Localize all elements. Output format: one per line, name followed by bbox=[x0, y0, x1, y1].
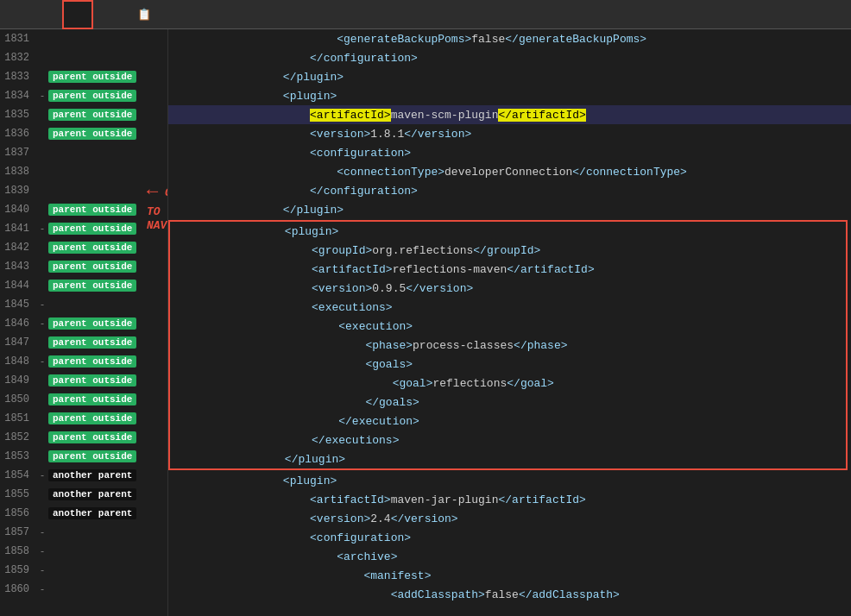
xml-content: <plugin> bbox=[175, 90, 337, 103]
xml-content: <addClasspath>false</addClasspath> bbox=[175, 588, 620, 601]
xml-row: <addClasspath>false</addClasspath> bbox=[168, 585, 851, 604]
line-number: 1852 bbox=[0, 431, 36, 443]
line-row: 1859- bbox=[0, 561, 167, 580]
expand-button[interactable]: - bbox=[36, 527, 48, 537]
xml-panel[interactable]: <generateBackupPoms>false</generateBacku… bbox=[168, 29, 851, 616]
xml-content: </plugin> bbox=[177, 453, 345, 466]
line-row: 1854-another parent bbox=[0, 466, 167, 485]
line-number: 1850 bbox=[0, 393, 36, 405]
badge-green[interactable]: parent outside bbox=[48, 431, 136, 443]
badge-green[interactable]: parent outside bbox=[48, 261, 136, 273]
line-number: 1858 bbox=[0, 545, 36, 557]
xml-row: <version>1.8.1</version> bbox=[168, 124, 851, 143]
xml-row: <archive> bbox=[168, 547, 851, 566]
badge-green[interactable]: parent outside bbox=[48, 374, 136, 387]
xml-content: <goals> bbox=[177, 358, 413, 371]
badge-green[interactable]: parent outside bbox=[48, 336, 136, 349]
badge-green[interactable]: parent outside bbox=[48, 317, 136, 330]
badge-green[interactable]: parent outside bbox=[48, 450, 136, 462]
line-number-gutter: 183118321833parent outside1834-parent ou… bbox=[0, 29, 167, 616]
badge-green[interactable]: parent outside bbox=[48, 355, 136, 368]
document-icon: 📋 bbox=[137, 8, 151, 22]
badge-green[interactable]: parent outside bbox=[48, 280, 136, 292]
xml-row: <connectionType>developerConnection</con… bbox=[168, 162, 851, 181]
left-panel: 183118321833parent outside1834-parent ou… bbox=[0, 29, 168, 616]
line-number: 1846 bbox=[0, 317, 36, 330]
xml-content: <groupId>org.reflections</groupId> bbox=[177, 244, 540, 257]
xml-row: <execution> bbox=[170, 317, 846, 336]
line-row: 1841-parent outside bbox=[0, 219, 167, 238]
xml-row: <goal>reflections</goal> bbox=[170, 374, 846, 393]
line-number: 1847 bbox=[0, 336, 36, 349]
line-number: 1860 bbox=[0, 583, 36, 595]
xml-row: <manifest> bbox=[168, 566, 851, 585]
badge-green[interactable]: parent outside bbox=[48, 71, 136, 83]
badge-green[interactable]: parent outside bbox=[48, 242, 136, 254]
xml-content: <configuration> bbox=[175, 531, 411, 544]
expand-button[interactable]: - bbox=[36, 223, 48, 234]
xml-row: <artifactId>maven-scm-plugin</artifactId… bbox=[168, 105, 851, 124]
xml-row: </goals> bbox=[170, 393, 846, 412]
badge-green[interactable]: parent outside bbox=[48, 128, 136, 140]
line-number: 1842 bbox=[0, 242, 36, 254]
tab-graph[interactable] bbox=[33, 0, 62, 29]
badge-black[interactable]: another parent bbox=[48, 469, 136, 481]
line-row: 1836parent outside bbox=[0, 124, 167, 143]
line-row: 1840parent outside bbox=[0, 200, 167, 219]
expand-button[interactable]: - bbox=[36, 546, 48, 556]
xml-content: <archive> bbox=[175, 550, 397, 563]
line-row: 1831 bbox=[0, 29, 167, 48]
badge-black[interactable]: another parent bbox=[48, 488, 136, 500]
line-row: 1857- bbox=[0, 523, 167, 542]
line-number: 1834 bbox=[0, 90, 36, 102]
line-row: 1843parent outside bbox=[0, 257, 167, 276]
expand-button[interactable]: - bbox=[36, 356, 48, 367]
xml-row: <configuration> bbox=[168, 528, 851, 547]
tab-icon[interactable]: 📋 bbox=[123, 0, 166, 29]
xml-content: <plugin> bbox=[177, 225, 338, 238]
xml-row: </configuration> bbox=[168, 181, 851, 200]
line-number: 1845 bbox=[0, 299, 36, 311]
tab-history[interactable] bbox=[93, 0, 123, 29]
expand-button[interactable]: - bbox=[36, 470, 48, 481]
badge-black[interactable]: another parent bbox=[48, 507, 136, 519]
line-row: 1855another parent bbox=[0, 485, 167, 504]
badge-green[interactable]: parent outside bbox=[48, 90, 136, 102]
line-row: 1846-parent outside bbox=[0, 314, 167, 333]
tab-source[interactable] bbox=[3, 0, 33, 29]
line-number: 1832 bbox=[0, 52, 36, 64]
xml-content: </configuration> bbox=[175, 185, 418, 198]
line-row: 1845- bbox=[0, 295, 167, 314]
line-number: 1831 bbox=[0, 33, 36, 45]
xml-content: <version>1.8.1</version> bbox=[175, 128, 471, 141]
line-row: 1839 bbox=[0, 181, 167, 200]
line-row: 1852parent outside bbox=[0, 428, 167, 447]
xml-row: <generateBackupPoms>false</generateBacku… bbox=[168, 29, 851, 48]
xml-content: <plugin> bbox=[175, 475, 337, 487]
line-number: 1841 bbox=[0, 223, 36, 235]
line-number: 1854 bbox=[0, 469, 36, 481]
expand-button[interactable]: - bbox=[36, 318, 48, 329]
xml-content: </executions> bbox=[177, 434, 399, 447]
badge-green[interactable]: parent outside bbox=[48, 204, 136, 216]
badge-green[interactable]: parent outside bbox=[48, 223, 136, 235]
expand-button[interactable]: - bbox=[36, 565, 48, 575]
expand-button[interactable]: - bbox=[36, 299, 48, 310]
line-number: 1835 bbox=[0, 109, 36, 121]
badge-green[interactable]: parent outside bbox=[48, 412, 136, 424]
badge-green[interactable]: parent outside bbox=[48, 393, 136, 405]
line-number: 1849 bbox=[0, 374, 36, 387]
expand-button[interactable]: - bbox=[36, 584, 48, 594]
line-number: 1853 bbox=[0, 450, 36, 462]
xml-content: <artifactId>reflections-maven</artifactI… bbox=[177, 263, 595, 276]
line-number: 1851 bbox=[0, 412, 36, 424]
xml-row: <executions> bbox=[170, 298, 846, 317]
xml-row: </execution> bbox=[170, 412, 846, 431]
xml-row: <plugin> bbox=[168, 86, 851, 105]
line-row: 1832 bbox=[0, 48, 167, 67]
tab-effective[interactable] bbox=[62, 0, 93, 29]
expand-button[interactable]: - bbox=[36, 91, 48, 101]
xml-content: <executions> bbox=[177, 301, 393, 314]
xml-row: <configuration> bbox=[168, 143, 851, 162]
badge-green[interactable]: parent outside bbox=[48, 109, 136, 121]
